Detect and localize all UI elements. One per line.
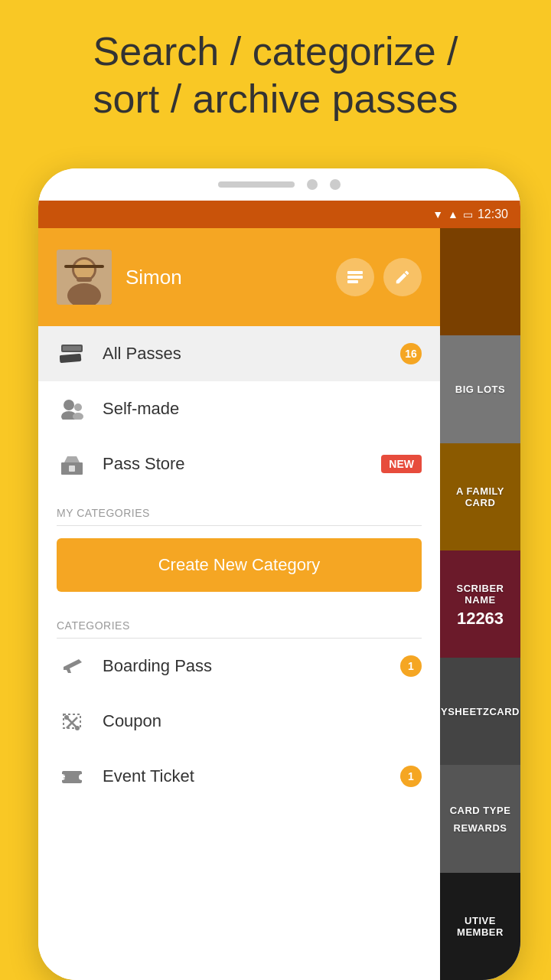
menu-item-self-made[interactable]: Self-made (38, 381, 440, 436)
status-icons: ▼ ▲ ▭ 12:30 (432, 207, 508, 221)
avatar (57, 250, 112, 305)
svg-point-21 (75, 726, 80, 730)
menu-item-event-ticket[interactable]: Event Ticket 1 (38, 749, 440, 804)
categories-heading: CATEGORIES (38, 604, 440, 638)
battery-icon: ▭ (463, 208, 473, 220)
passes-action-button[interactable] (336, 258, 374, 296)
card-4[interactable]: SCRIBER NAME 12263 (440, 550, 520, 658)
svg-rect-8 (347, 280, 358, 283)
phone-top (38, 168, 520, 201)
svg-point-20 (64, 715, 69, 720)
edit-action-button[interactable] (383, 258, 422, 296)
status-time: 12:30 (478, 207, 508, 221)
menu-item-pass-store[interactable]: Pass Store NEW (38, 436, 440, 492)
user-name: Simon (126, 266, 182, 289)
card-5[interactable]: YSHEETZCARD (440, 658, 520, 765)
coupon-icon (57, 706, 87, 737)
svg-rect-7 (347, 276, 363, 279)
all-passes-label: All Passes (103, 344, 400, 364)
drawer: Simon (38, 228, 440, 980)
screen-content: Simon (38, 228, 520, 980)
card-7-label: UTIVE MEMBER (440, 912, 520, 941)
svg-rect-6 (347, 271, 363, 274)
pass-store-icon (57, 449, 87, 479)
card-7[interactable]: UTIVE MEMBER (440, 873, 520, 980)
all-passes-badge: 16 (400, 343, 422, 364)
create-category-button[interactable]: Create New Category (57, 538, 422, 592)
card-2[interactable]: BIG LOTS (440, 335, 520, 443)
boarding-pass-icon (57, 651, 87, 681)
card-3-label: A FAMILY CARD (440, 482, 520, 511)
boarding-pass-label: Boarding Pass (103, 656, 400, 676)
promo-text: Search / categorize / sort / archive pas… (0, 0, 551, 146)
self-made-icon (57, 394, 87, 424)
menu-item-coupon[interactable]: Coupon (38, 694, 440, 749)
phone-dot-1 (307, 179, 318, 190)
menu-item-boarding-pass[interactable]: Boarding Pass 1 (38, 639, 440, 694)
avatar-image (57, 250, 112, 305)
pass-store-label: Pass Store (103, 454, 381, 474)
user-info: Simon (57, 250, 182, 305)
phone-bar (218, 181, 295, 188)
cards-panel: BIG LOTS A FAMILY CARD SCRIBER NAME 1226… (440, 228, 520, 980)
card-4-number: 12263 (440, 609, 520, 629)
svg-rect-4 (64, 265, 104, 268)
boarding-pass-badge: 1 (400, 655, 422, 677)
svg-rect-10 (63, 346, 81, 351)
drawer-header: Simon (38, 228, 440, 326)
all-passes-icon (57, 338, 87, 369)
coupon-label: Coupon (103, 711, 422, 731)
drawer-actions (336, 258, 422, 296)
status-bar: ▼ ▲ ▭ 12:30 (38, 201, 520, 228)
phone-screen: ▼ ▲ ▭ 12:30 (38, 201, 520, 980)
card-6-sublabel: REWARDS (447, 819, 514, 837)
card-4-sublabel: SCRIBER NAME (440, 580, 520, 609)
card-2-label: BIG LOTS (452, 381, 508, 398)
phone-frame: ▼ ▲ ▭ 12:30 (38, 168, 520, 980)
svg-rect-11 (60, 354, 81, 363)
phone-dot-2 (330, 179, 341, 190)
svg-rect-5 (77, 277, 92, 282)
card-6-label: CARD TYPE (447, 802, 514, 819)
my-categories-divider (57, 525, 422, 526)
menu-item-all-passes[interactable]: All Passes 16 (38, 326, 440, 381)
svg-point-3 (74, 260, 94, 279)
self-made-label: Self-made (103, 399, 422, 419)
wifi-icon: ▼ (432, 208, 443, 220)
svg-rect-17 (69, 466, 75, 472)
card-5-label: YSHEETZCARD (440, 703, 520, 720)
event-ticket-label: Event Ticket (103, 766, 400, 786)
my-categories-heading: MY CATEGORIES (38, 492, 440, 525)
card-6[interactable]: CARD TYPE REWARDS (440, 765, 520, 872)
pass-store-badge: NEW (381, 455, 422, 473)
card-1[interactable] (440, 228, 520, 335)
svg-point-14 (74, 403, 82, 411)
card-3[interactable]: A FAMILY CARD (440, 443, 520, 550)
svg-point-12 (64, 400, 74, 410)
event-ticket-icon (57, 761, 87, 792)
signal-icon: ▲ (448, 208, 458, 220)
event-ticket-badge: 1 (400, 766, 422, 787)
